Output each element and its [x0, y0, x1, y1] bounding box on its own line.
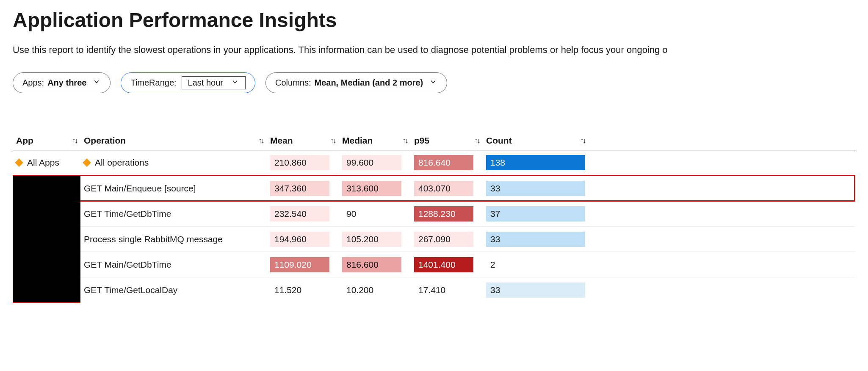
column-header-median[interactable]: Median ↑↓ — [339, 131, 411, 150]
sort-indicator-icon: ↑↓ — [474, 136, 479, 145]
filter-columns[interactable]: Columns: Mean, Median (and 2 more) — [265, 72, 447, 93]
column-header-p95[interactable]: p95 ↑↓ — [411, 131, 483, 150]
count-value: 33 — [486, 282, 585, 298]
filter-columns-label: Columns: — [275, 78, 311, 88]
mean-value: 1109.020 — [270, 257, 329, 272]
diamond-icon — [83, 158, 91, 167]
table-row[interactable]: GET Time/GetLocalDay11.52010.20017.41033 — [13, 277, 855, 303]
operation-cell: GET Time/GetLocalDay — [80, 277, 267, 303]
filter-apps-value: Any three — [47, 78, 86, 88]
summary-p95-value: 816.640 — [414, 155, 473, 170]
operation-cell: GET Main/GetDbTime — [80, 252, 267, 277]
median-value: 10.200 — [342, 282, 401, 298]
sort-indicator-icon: ↑↓ — [402, 136, 407, 145]
summary-row[interactable]: All Apps All operations 210.860 99.600 8… — [13, 150, 855, 176]
table-row[interactable]: Process single RabbitMQ message194.96010… — [13, 227, 855, 252]
p95-value: 267.090 — [414, 232, 473, 247]
summary-count-value: 138 — [486, 155, 585, 170]
chevron-down-icon — [92, 78, 101, 88]
column-header-operation[interactable]: Operation ↑↓ — [80, 131, 267, 150]
column-header-count-label: Count — [486, 136, 512, 146]
sort-indicator-icon: ↑↓ — [330, 136, 335, 145]
p95-value: 17.410 — [414, 282, 473, 298]
mean-value: 11.520 — [270, 282, 329, 298]
count-value: 33 — [486, 232, 585, 247]
mean-value: 232.540 — [270, 206, 329, 221]
column-header-app-label: App — [16, 136, 33, 146]
filter-timerange-select[interactable]: Last hour — [182, 76, 246, 89]
operation-cell: GET Main/Enqueue [source] — [80, 176, 267, 201]
summary-app-cell: All Apps — [13, 150, 80, 176]
filter-columns-value: Mean, Median (and 2 more) — [314, 78, 423, 88]
filter-timerange-value: Last hour — [188, 78, 223, 88]
column-header-mean[interactable]: Mean ↑↓ — [267, 131, 339, 150]
page-description: Use this report to identify the slowest … — [13, 44, 855, 55]
table-row[interactable]: GET Main/Enqueue [source]347.360313.6004… — [13, 176, 855, 201]
column-header-operation-label: Operation — [84, 136, 126, 146]
filter-timerange-label: TimeRange: — [130, 78, 176, 88]
filter-apps-label: Apps: — [22, 78, 44, 88]
count-value: 2 — [486, 257, 585, 272]
column-header-app[interactable]: App ↑↓ — [13, 131, 80, 150]
median-value: 313.600 — [342, 181, 401, 196]
summary-operation-cell: All operations — [80, 150, 267, 176]
table-header-row: App ↑↓ Operation ↑↓ Mean ↑↓ Median — [13, 131, 855, 150]
p95-value: 1401.400 — [414, 257, 473, 272]
summary-operation-label: All operations — [95, 158, 149, 167]
chevron-down-icon — [429, 78, 437, 88]
filters-bar: Apps: Any three TimeRange: Last hour Col… — [13, 72, 855, 93]
count-value: 33 — [486, 181, 585, 196]
median-value: 90 — [342, 206, 401, 221]
summary-app-label: All Apps — [27, 158, 59, 167]
sort-indicator-icon: ↑↓ — [258, 136, 263, 145]
table-row[interactable]: GET Main/GetDbTime1109.020816.6001401.40… — [13, 252, 855, 277]
mean-value: 347.360 — [270, 181, 329, 196]
page-title: Application Performance Insights — [13, 8, 855, 32]
sort-indicator-icon: ↑↓ — [580, 136, 585, 145]
summary-median-value: 99.600 — [342, 155, 401, 170]
mean-value: 194.960 — [270, 232, 329, 247]
p95-value: 403.070 — [414, 181, 473, 196]
sort-indicator-icon: ↑↓ — [72, 136, 77, 145]
count-value: 37 — [486, 206, 585, 221]
median-value: 105.200 — [342, 232, 401, 247]
chevron-down-icon — [231, 78, 239, 88]
summary-mean-value: 210.860 — [270, 155, 329, 170]
filter-timerange[interactable]: TimeRange: Last hour — [121, 72, 255, 93]
p95-value: 1288.230 — [414, 206, 473, 221]
median-value: 816.600 — [342, 257, 401, 272]
column-header-p95-label: p95 — [414, 136, 429, 146]
diamond-icon — [15, 158, 23, 167]
column-header-count[interactable]: Count ↑↓ — [483, 131, 589, 150]
operation-cell: Process single RabbitMQ message — [80, 227, 267, 252]
column-header-mean-label: Mean — [270, 136, 293, 146]
app-group-block — [13, 176, 80, 302]
column-header-median-label: Median — [342, 136, 373, 146]
table-row[interactable]: GET Time/GetDbTime232.540901288.23037 — [13, 201, 855, 227]
operation-cell: GET Time/GetDbTime — [80, 201, 267, 227]
performance-table: App ↑↓ Operation ↑↓ Mean ↑↓ Median — [13, 131, 855, 303]
filter-apps[interactable]: Apps: Any three — [13, 72, 111, 93]
